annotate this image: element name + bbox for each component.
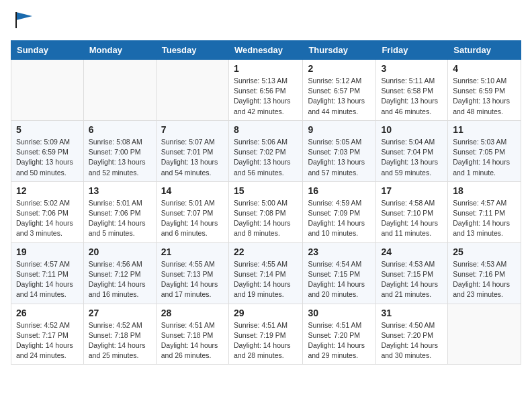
weekday-header-row: SundayMondayTuesdayWednesdayThursdayFrid… bbox=[11, 41, 521, 60]
day-number: 11 bbox=[453, 124, 516, 135]
day-number: 13 bbox=[89, 185, 151, 196]
calendar-week-4: 19Sunrise: 4:57 AMSunset: 7:11 PMDayligh… bbox=[11, 242, 521, 304]
day-number: 10 bbox=[381, 124, 443, 135]
calendar-cell: 7Sunrise: 5:07 AMSunset: 7:01 PMDaylight… bbox=[156, 120, 228, 181]
weekday-header-saturday: Saturday bbox=[448, 41, 521, 60]
calendar-cell: 26Sunrise: 4:52 AMSunset: 7:17 PMDayligh… bbox=[11, 304, 84, 365]
day-info: Sunrise: 5:01 AMSunset: 7:06 PMDaylight:… bbox=[89, 198, 151, 239]
calendar-cell: 12Sunrise: 5:02 AMSunset: 7:06 PMDayligh… bbox=[11, 181, 84, 242]
day-number: 29 bbox=[234, 308, 298, 318]
day-number: 12 bbox=[16, 185, 79, 196]
day-info: Sunrise: 4:55 AMSunset: 7:14 PMDaylight:… bbox=[234, 259, 298, 300]
day-info: Sunrise: 5:09 AMSunset: 6:59 PMDaylight:… bbox=[16, 137, 79, 178]
day-number: 28 bbox=[161, 308, 224, 318]
day-info: Sunrise: 4:51 AMSunset: 7:20 PMDaylight:… bbox=[308, 320, 371, 361]
calendar-cell: 22Sunrise: 4:55 AMSunset: 7:14 PMDayligh… bbox=[228, 242, 302, 304]
day-info: Sunrise: 5:13 AMSunset: 6:56 PMDaylight:… bbox=[234, 76, 298, 117]
calendar-table: SundayMondayTuesdayWednesdayThursdayFrid… bbox=[11, 40, 521, 365]
day-number: 31 bbox=[381, 308, 443, 318]
calendar-week-5: 26Sunrise: 4:52 AMSunset: 7:17 PMDayligh… bbox=[11, 304, 521, 365]
day-info: Sunrise: 5:01 AMSunset: 7:07 PMDaylight:… bbox=[161, 198, 224, 239]
day-number: 24 bbox=[381, 246, 443, 257]
calendar-cell: 31Sunrise: 4:50 AMSunset: 7:20 PMDayligh… bbox=[376, 304, 448, 365]
calendar-cell: 30Sunrise: 4:51 AMSunset: 7:20 PMDayligh… bbox=[303, 304, 376, 365]
day-number: 17 bbox=[381, 185, 443, 196]
calendar-cell bbox=[448, 304, 521, 365]
calendar-cell: 27Sunrise: 4:52 AMSunset: 7:18 PMDayligh… bbox=[83, 304, 156, 365]
calendar-cell: 13Sunrise: 5:01 AMSunset: 7:06 PMDayligh… bbox=[83, 181, 156, 242]
day-info: Sunrise: 5:02 AMSunset: 7:06 PMDaylight:… bbox=[16, 198, 79, 239]
day-info: Sunrise: 5:00 AMSunset: 7:08 PMDaylight:… bbox=[234, 198, 298, 239]
weekday-header-thursday: Thursday bbox=[303, 41, 376, 60]
calendar-cell: 3Sunrise: 5:11 AMSunset: 6:58 PMDaylight… bbox=[376, 60, 448, 121]
day-number: 25 bbox=[453, 246, 516, 257]
day-info: Sunrise: 5:12 AMSunset: 6:57 PMDaylight:… bbox=[308, 76, 371, 117]
calendar-cell: 17Sunrise: 4:58 AMSunset: 7:10 PMDayligh… bbox=[376, 181, 448, 242]
calendar-cell bbox=[11, 60, 84, 121]
day-info: Sunrise: 4:53 AMSunset: 7:16 PMDaylight:… bbox=[453, 259, 516, 300]
calendar-cell: 1Sunrise: 5:13 AMSunset: 6:56 PMDaylight… bbox=[228, 60, 302, 121]
calendar-cell: 15Sunrise: 5:00 AMSunset: 7:08 PMDayligh… bbox=[228, 181, 302, 242]
calendar-cell: 19Sunrise: 4:57 AMSunset: 7:11 PMDayligh… bbox=[11, 242, 84, 304]
calendar-cell: 2Sunrise: 5:12 AMSunset: 6:57 PMDaylight… bbox=[303, 60, 376, 121]
calendar-cell: 5Sunrise: 5:09 AMSunset: 6:59 PMDaylight… bbox=[11, 120, 84, 181]
svg-marker-0 bbox=[16, 12, 32, 20]
logo-flag-icon bbox=[13, 11, 35, 30]
day-number: 19 bbox=[16, 246, 79, 257]
day-number: 4 bbox=[453, 63, 516, 74]
day-info: Sunrise: 4:54 AMSunset: 7:15 PMDaylight:… bbox=[308, 259, 371, 300]
day-info: Sunrise: 5:07 AMSunset: 7:01 PMDaylight:… bbox=[161, 137, 224, 178]
day-info: Sunrise: 4:58 AMSunset: 7:10 PMDaylight:… bbox=[381, 198, 443, 239]
day-info: Sunrise: 4:57 AMSunset: 7:11 PMDaylight:… bbox=[453, 198, 516, 239]
day-info: Sunrise: 5:03 AMSunset: 7:05 PMDaylight:… bbox=[453, 137, 516, 178]
calendar-cell: 24Sunrise: 4:53 AMSunset: 7:15 PMDayligh… bbox=[376, 242, 448, 304]
day-info: Sunrise: 5:04 AMSunset: 7:04 PMDaylight:… bbox=[381, 137, 443, 178]
calendar-cell: 29Sunrise: 4:51 AMSunset: 7:19 PMDayligh… bbox=[228, 304, 302, 365]
day-number: 8 bbox=[234, 124, 298, 135]
day-info: Sunrise: 5:05 AMSunset: 7:03 PMDaylight:… bbox=[308, 137, 371, 178]
calendar-cell: 8Sunrise: 5:06 AMSunset: 7:02 PMDaylight… bbox=[228, 120, 302, 181]
calendar-cell: 25Sunrise: 4:53 AMSunset: 7:16 PMDayligh… bbox=[448, 242, 521, 304]
day-info: Sunrise: 4:51 AMSunset: 7:19 PMDaylight:… bbox=[234, 320, 298, 361]
day-number: 22 bbox=[234, 246, 298, 257]
calendar-cell: 6Sunrise: 5:08 AMSunset: 7:00 PMDaylight… bbox=[83, 120, 156, 181]
day-number: 30 bbox=[308, 308, 371, 318]
day-info: Sunrise: 4:55 AMSunset: 7:13 PMDaylight:… bbox=[161, 259, 224, 300]
calendar-week-1: 1Sunrise: 5:13 AMSunset: 6:56 PMDaylight… bbox=[11, 60, 521, 121]
day-number: 5 bbox=[16, 124, 79, 135]
day-info: Sunrise: 5:11 AMSunset: 6:58 PMDaylight:… bbox=[381, 76, 443, 117]
weekday-header-wednesday: Wednesday bbox=[228, 41, 302, 60]
day-number: 15 bbox=[234, 185, 298, 196]
day-number: 20 bbox=[89, 246, 151, 257]
day-info: Sunrise: 4:59 AMSunset: 7:09 PMDaylight:… bbox=[308, 198, 371, 239]
weekday-header-tuesday: Tuesday bbox=[156, 41, 228, 60]
weekday-header-friday: Friday bbox=[376, 41, 448, 60]
day-info: Sunrise: 4:53 AMSunset: 7:15 PMDaylight:… bbox=[381, 259, 443, 300]
day-info: Sunrise: 4:50 AMSunset: 7:20 PMDaylight:… bbox=[381, 320, 443, 361]
day-number: 21 bbox=[161, 246, 224, 257]
calendar-cell: 14Sunrise: 5:01 AMSunset: 7:07 PMDayligh… bbox=[156, 181, 228, 242]
day-number: 27 bbox=[89, 308, 151, 318]
day-number: 23 bbox=[308, 246, 371, 257]
day-info: Sunrise: 4:56 AMSunset: 7:12 PMDaylight:… bbox=[89, 259, 151, 300]
calendar-cell: 20Sunrise: 4:56 AMSunset: 7:12 PMDayligh… bbox=[83, 242, 156, 304]
day-number: 6 bbox=[89, 124, 151, 135]
day-info: Sunrise: 5:10 AMSunset: 6:59 PMDaylight:… bbox=[453, 76, 516, 117]
day-number: 26 bbox=[16, 308, 79, 318]
calendar-cell: 28Sunrise: 4:51 AMSunset: 7:18 PMDayligh… bbox=[156, 304, 228, 365]
calendar-cell: 9Sunrise: 5:05 AMSunset: 7:03 PMDaylight… bbox=[303, 120, 376, 181]
day-info: Sunrise: 4:52 AMSunset: 7:17 PMDaylight:… bbox=[16, 320, 79, 361]
day-info: Sunrise: 4:52 AMSunset: 7:18 PMDaylight:… bbox=[89, 320, 151, 361]
day-info: Sunrise: 5:08 AMSunset: 7:00 PMDaylight:… bbox=[89, 137, 151, 178]
day-number: 1 bbox=[234, 63, 298, 74]
calendar-cell: 11Sunrise: 5:03 AMSunset: 7:05 PMDayligh… bbox=[448, 120, 521, 181]
calendar-cell: 16Sunrise: 4:59 AMSunset: 7:09 PMDayligh… bbox=[303, 181, 376, 242]
day-number: 3 bbox=[381, 63, 443, 74]
calendar-week-2: 5Sunrise: 5:09 AMSunset: 6:59 PMDaylight… bbox=[11, 120, 521, 181]
calendar-cell bbox=[156, 60, 228, 121]
day-number: 18 bbox=[453, 185, 516, 196]
calendar-cell: 23Sunrise: 4:54 AMSunset: 7:15 PMDayligh… bbox=[303, 242, 376, 304]
day-number: 14 bbox=[161, 185, 224, 196]
calendar-cell: 21Sunrise: 4:55 AMSunset: 7:13 PMDayligh… bbox=[156, 242, 228, 304]
day-info: Sunrise: 4:51 AMSunset: 7:18 PMDaylight:… bbox=[161, 320, 224, 361]
